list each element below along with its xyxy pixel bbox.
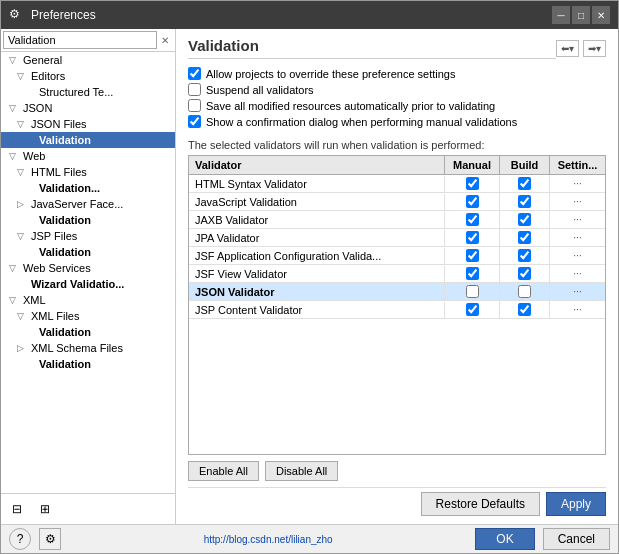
sidebar-item-web-services[interactable]: ▽ Web Services (1, 260, 175, 276)
cell-manual[interactable] (445, 283, 500, 300)
sidebar-item-jsf-validation[interactable]: Validation (1, 212, 175, 228)
settings-dots-icon[interactable]: ··· (573, 232, 581, 243)
cell-validator-name: JPA Validator (189, 230, 445, 246)
show-confirmation-checkbox[interactable] (188, 115, 201, 128)
ok-button[interactable]: OK (475, 528, 534, 550)
sidebar-item-label: Wizard Validatio... (29, 278, 124, 290)
table-row[interactable]: JSP Content Validator ··· (189, 301, 605, 319)
sidebar-item-json-validation[interactable]: Validation (1, 132, 175, 148)
checkboxes-section: Allow projects to override these prefere… (188, 67, 606, 131)
cell-settings[interactable]: ··· (550, 176, 605, 191)
expand-icon: ▽ (9, 55, 21, 65)
sidebar-item-html-files[interactable]: ▽ HTML Files (1, 164, 175, 180)
sidebar-item-html-validation[interactable]: Validation... (1, 180, 175, 196)
settings-dots-icon[interactable]: ··· (573, 214, 581, 225)
table-row[interactable]: JavaScript Validation ··· (189, 193, 605, 211)
disable-all-button[interactable]: Disable All (265, 461, 338, 481)
settings-dots-icon[interactable]: ··· (573, 178, 581, 189)
cell-validator-name: JSF View Validator (189, 266, 445, 282)
table-row[interactable]: JSF View Validator ··· (189, 265, 605, 283)
cell-build[interactable] (500, 301, 550, 318)
settings-dots-icon[interactable]: ··· (573, 286, 581, 297)
suspend-all-checkbox[interactable] (188, 83, 201, 96)
table-row[interactable]: HTML Syntax Validator ··· (189, 175, 605, 193)
cell-manual[interactable] (445, 265, 500, 282)
settings-dots-icon[interactable]: ··· (573, 268, 581, 279)
panel-header: Validation ⬅▾ ➡▾ (188, 37, 606, 59)
cell-build[interactable] (500, 283, 550, 300)
cell-manual[interactable] (445, 211, 500, 228)
sidebar-item-jsp-validation[interactable]: Validation (1, 244, 175, 260)
restore-defaults-button[interactable]: Restore Defaults (421, 492, 540, 516)
nav-back-button[interactable]: ⬅▾ (556, 40, 579, 57)
cell-manual[interactable] (445, 301, 500, 318)
allow-override-checkbox[interactable] (188, 67, 201, 80)
cell-build[interactable] (500, 229, 550, 246)
nav-forward-button[interactable]: ➡▾ (583, 40, 606, 57)
enable-all-button[interactable]: Enable All (188, 461, 259, 481)
cell-build[interactable] (500, 211, 550, 228)
settings-dots-icon[interactable]: ··· (573, 250, 581, 261)
settings-dots-icon[interactable]: ··· (573, 196, 581, 207)
help-bar: ? ⚙ http://blog.csdn.net/lilian_zho OK C… (1, 524, 618, 553)
cell-settings[interactable]: ··· (550, 302, 605, 317)
sidebar-expand-button[interactable]: ⊞ (33, 498, 57, 520)
table-row[interactable]: JPA Validator ··· (189, 229, 605, 247)
cell-settings[interactable]: ··· (550, 284, 605, 299)
sidebar-item-jsp-files[interactable]: ▽ JSP Files (1, 228, 175, 244)
cell-manual[interactable] (445, 247, 500, 264)
sidebar-item-xml-files[interactable]: ▽ XML Files (1, 308, 175, 324)
expand-icon: ▽ (17, 311, 29, 321)
sidebar-item-label: Web Services (21, 262, 91, 274)
cell-settings[interactable]: ··· (550, 212, 605, 227)
cell-build[interactable] (500, 175, 550, 192)
sidebar-item-xml-schema-files[interactable]: ▷ XML Schema Files (1, 340, 175, 356)
cell-manual[interactable] (445, 229, 500, 246)
sidebar-item-editors[interactable]: ▽ Editors (1, 68, 175, 84)
close-button[interactable]: ✕ (592, 6, 610, 24)
sidebar-search-input[interactable] (3, 31, 157, 49)
sidebar-collapse-button[interactable]: ⊟ (5, 498, 29, 520)
main-content: ✕ ▽ General ▽ Editors (1, 29, 618, 524)
cell-manual[interactable] (445, 193, 500, 210)
sidebar-item-xml[interactable]: ▽ XML (1, 292, 175, 308)
table-row[interactable]: JAXB Validator ··· (189, 211, 605, 229)
sidebar-item-xml-validation[interactable]: Validation (1, 324, 175, 340)
cell-build[interactable] (500, 265, 550, 282)
maximize-button[interactable]: □ (572, 6, 590, 24)
sidebar-item-web[interactable]: ▽ Web (1, 148, 175, 164)
sidebar-item-javaserver-faces[interactable]: ▷ JavaServer Face... (1, 196, 175, 212)
expand-icon: ▽ (17, 119, 29, 129)
sidebar-item-xml-schema-validation[interactable]: Validation (1, 356, 175, 372)
help-button[interactable]: ? (9, 528, 31, 550)
right-panel: Validation ⬅▾ ➡▾ Allow projects to overr… (176, 29, 618, 524)
cell-settings[interactable]: ··· (550, 194, 605, 209)
minimize-button[interactable]: ─ (552, 6, 570, 24)
sidebar-item-wizard-validation[interactable]: Wizard Validatio... (1, 276, 175, 292)
sidebar-item-label: JSON (21, 102, 52, 114)
sidebar-item-structured-text[interactable]: Structured Te... (1, 84, 175, 100)
sidebar-item-json-files[interactable]: ▽ JSON Files (1, 116, 175, 132)
sidebar-item-label: JavaServer Face... (29, 198, 123, 210)
cancel-button[interactable]: Cancel (543, 528, 610, 550)
cell-manual[interactable] (445, 175, 500, 192)
cell-build[interactable] (500, 247, 550, 264)
cell-settings[interactable]: ··· (550, 266, 605, 281)
apply-button[interactable]: Apply (546, 492, 606, 516)
cell-settings[interactable]: ··· (550, 248, 605, 263)
sidebar-item-json[interactable]: ▽ JSON (1, 100, 175, 116)
cell-build[interactable] (500, 193, 550, 210)
cell-validator-name: JSON Validator (189, 284, 445, 300)
expand-icon: ▷ (17, 199, 29, 209)
cell-settings[interactable]: ··· (550, 230, 605, 245)
settings-dots-icon[interactable]: ··· (573, 304, 581, 315)
table-row-json-validator[interactable]: JSON Validator ··· (189, 283, 605, 301)
sidebar-item-label: Validation (37, 246, 91, 258)
sidebar-search-clear-button[interactable]: ✕ (157, 32, 173, 48)
save-modified-checkbox[interactable] (188, 99, 201, 112)
window-title: Preferences (31, 8, 552, 22)
sidebar-item-general[interactable]: ▽ General (1, 52, 175, 68)
expand-icon: ▽ (9, 151, 21, 161)
table-row[interactable]: JSF Application Configuration Valida... … (189, 247, 605, 265)
preferences-config-button[interactable]: ⚙ (39, 528, 61, 550)
